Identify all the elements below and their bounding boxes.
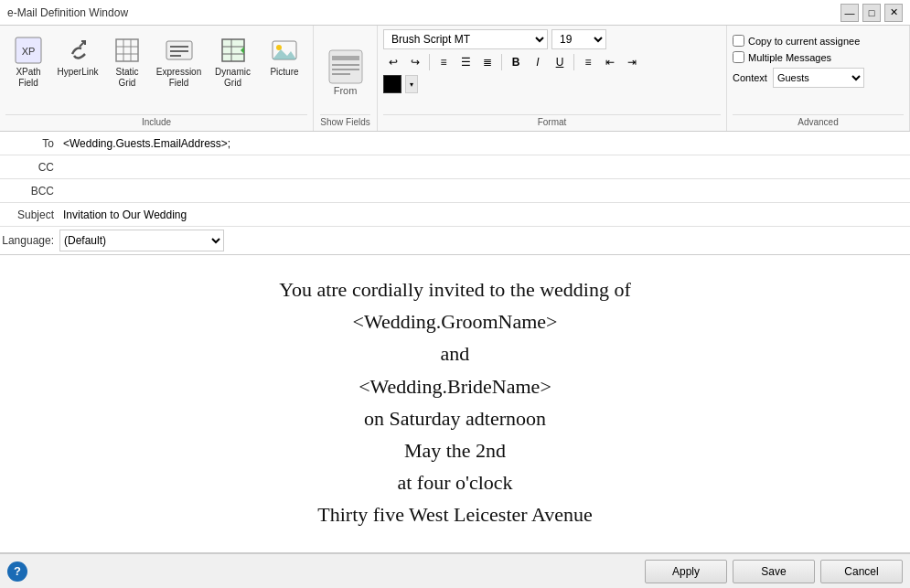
static-grid-icon — [112, 36, 142, 65]
subject-input[interactable] — [59, 204, 910, 226]
email-line-6: May the 2nd — [9, 434, 901, 466]
bcc-row: BCC — [0, 179, 910, 203]
content-area[interactable]: You atre cordially invited to the weddin… — [0, 255, 910, 553]
context-label: Context — [733, 72, 767, 83]
list-button[interactable]: ≡ — [578, 52, 598, 72]
svg-rect-2 — [116, 39, 138, 61]
expression-field-button[interactable]: ExpressionField — [154, 33, 204, 91]
text-color-swatch[interactable] — [383, 75, 401, 93]
multiple-messages-checkbox[interactable] — [733, 51, 744, 63]
align-left-button[interactable]: ≡ — [434, 52, 454, 72]
include-label: Include — [5, 114, 307, 127]
ribbon: XP XPathField HyperLink — [0, 26, 910, 132]
hyperlink-button[interactable]: HyperLink — [55, 33, 101, 80]
ribbon-include-items: XP XPathField HyperLink — [5, 29, 307, 114]
bcc-input[interactable] — [59, 180, 910, 202]
bottom-bar: ? Apply Save Cancel — [0, 553, 910, 588]
svg-text:XP: XP — [22, 46, 36, 57]
fmt-sep3 — [573, 54, 574, 70]
fmt-sep2 — [501, 54, 502, 70]
multiple-messages-label[interactable]: Multiple Messages — [733, 51, 904, 63]
help-button[interactable]: ? — [7, 561, 27, 582]
bold-button[interactable]: B — [506, 52, 526, 72]
field-area: To CC BCC Subject Language: (Default) — [0, 132, 910, 255]
xpath-icon: XP — [14, 36, 43, 65]
cc-input[interactable] — [59, 156, 910, 178]
apply-button[interactable]: Apply — [645, 560, 727, 583]
cancel-button[interactable]: Cancel — [820, 560, 903, 583]
email-line-4: <Wedding.BrideName> — [9, 370, 901, 402]
format-buttons-row: ↩ ↪ ≡ ☰ ≣ B I U ≡ ⇤ ⇥ — [383, 52, 721, 72]
static-grid-button[interactable]: StaticGrid — [104, 33, 150, 91]
svg-point-17 — [276, 45, 282, 50]
context-row: Context Guests — [733, 68, 904, 88]
redo-button[interactable]: ↪ — [405, 52, 425, 72]
format-label: Format — [383, 114, 721, 127]
save-button[interactable]: Save — [733, 560, 815, 583]
multiple-messages-text: Multiple Messages — [748, 52, 831, 63]
copy-to-current-checkbox[interactable] — [733, 35, 744, 47]
to-row: To — [0, 132, 910, 155]
italic-button[interactable]: I — [528, 52, 548, 72]
picture-icon — [270, 36, 299, 65]
underline-button[interactable]: U — [550, 52, 570, 72]
svg-rect-19 — [329, 50, 362, 83]
bcc-label: BCC — [0, 185, 59, 198]
picture-button[interactable]: Picture — [262, 33, 307, 80]
to-input[interactable] — [59, 133, 910, 155]
cc-row: CC — [0, 155, 910, 179]
expression-field-icon — [165, 36, 194, 65]
dynamic-grid-label: DynamicGrid — [215, 67, 251, 89]
hyperlink-icon — [63, 36, 92, 65]
copy-to-current-text: Copy to current assignee — [748, 36, 860, 47]
to-label: To — [0, 137, 59, 150]
indent-decrease-button[interactable]: ⇤ — [600, 52, 620, 72]
svg-rect-20 — [332, 56, 359, 60]
color-dropdown-button[interactable]: ▾ — [405, 75, 418, 93]
picture-label: Picture — [270, 67, 298, 78]
include-section: XP XPathField HyperLink — [0, 26, 314, 131]
indent-increase-button[interactable]: ⇥ — [622, 52, 642, 72]
title-bar-controls: — □ ✕ — [840, 4, 903, 22]
email-line-3: and — [9, 337, 901, 369]
email-line-5: on Saturday adternoon — [9, 402, 901, 434]
from-button[interactable]: From — [324, 45, 368, 100]
hyperlink-label: HyperLink — [57, 67, 98, 78]
context-select[interactable]: Guests — [773, 68, 864, 88]
color-row: ▾ — [383, 75, 721, 93]
align-right-button[interactable]: ≣ — [477, 52, 498, 72]
email-line-1: You atre cordially invited to the weddin… — [9, 273, 901, 305]
cc-label: CC — [0, 161, 59, 174]
language-row: Language: (Default) — [0, 227, 910, 254]
align-center-button[interactable]: ☰ — [455, 52, 476, 72]
ribbon-top: XP XPathField HyperLink — [0, 26, 910, 131]
title-bar: e-Mail Definition Window — □ ✕ — [0, 0, 910, 26]
fmt-sep1 — [429, 54, 430, 70]
xpath-label: XPathField — [16, 67, 40, 89]
email-line-7: at four o'clock — [9, 466, 901, 498]
window-title: e-Mail Definition Window — [7, 6, 128, 19]
maximize-button[interactable]: □ — [862, 4, 881, 22]
show-fields-section: From Show Fields — [314, 26, 378, 131]
minimize-button[interactable]: — — [840, 4, 859, 22]
bottom-left: ? — [7, 561, 27, 582]
subject-label: Subject — [0, 208, 59, 221]
advanced-section: Copy to current assignee Multiple Messag… — [727, 26, 910, 131]
dynamic-grid-icon — [219, 36, 248, 65]
language-select[interactable]: (Default) — [59, 230, 224, 251]
undo-button[interactable]: ↩ — [383, 52, 403, 72]
copy-to-current-label[interactable]: Copy to current assignee — [733, 35, 904, 47]
email-body: You atre cordially invited to the weddin… — [0, 255, 910, 550]
font-size-select[interactable]: 19 — [551, 29, 606, 49]
font-name-select[interactable]: Brush Script MT — [383, 29, 548, 49]
xpath-field-button[interactable]: XP XPathField — [5, 33, 51, 91]
static-grid-label: StaticGrid — [115, 67, 138, 89]
advanced-label: Advanced — [733, 114, 904, 127]
show-fields-label: Show Fields — [320, 114, 369, 127]
dynamic-grid-button[interactable]: DynamicGrid — [208, 33, 258, 91]
email-line-8: Thirty five West Leicester Avenue — [9, 498, 901, 530]
font-row: Brush Script MT 19 — [383, 29, 721, 49]
language-label: Language: — [0, 234, 59, 247]
close-button[interactable]: ✕ — [884, 4, 903, 22]
format-section: Brush Script MT 19 ↩ ↪ ≡ ☰ ≣ B I — [378, 26, 727, 131]
